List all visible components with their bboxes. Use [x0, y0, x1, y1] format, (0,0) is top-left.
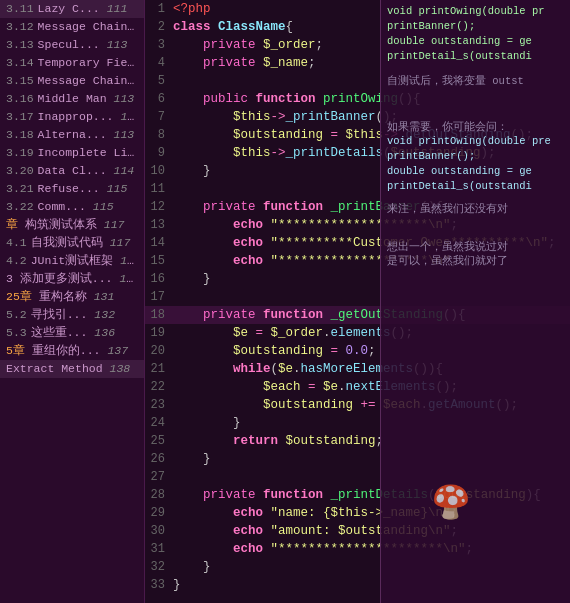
sidebar-item-14[interactable]: 4.2JUnit测试框架 119	[0, 252, 144, 270]
overlay-code-6: printBanner();	[387, 149, 564, 164]
sidebar-item-1[interactable]: 3.12Message Chain... 113	[0, 18, 144, 36]
sidebar-item-17[interactable]: 5.2寻找引... 132	[0, 306, 144, 324]
overlay-code-2: printBanner();	[387, 19, 564, 34]
sidebar-item-9[interactable]: 3.20Data Cl... 114	[0, 162, 144, 180]
sidebar-item-8[interactable]: 3.19Incomplete Lib... 114	[0, 144, 144, 162]
overlay-code-7: double outstanding = ge	[387, 164, 564, 179]
sidebar-item-19[interactable]: 5章 重组你的... 137	[0, 342, 144, 360]
overlay-comment-3: 来注，虽然我们还没有对	[387, 202, 564, 216]
overlay-code-8: printDetail_s(outstandi	[387, 179, 564, 194]
sidebar-item-2[interactable]: 3.13Specul... 113	[0, 36, 144, 54]
editor-container: 3.11Lazy C... 111 3.12Message Chain... 1…	[0, 0, 570, 603]
sidebar-item-11[interactable]: 3.22Comm... 115	[0, 198, 144, 216]
sidebar-item-3[interactable]: 3.14Temporary Fiel... 112	[0, 54, 144, 72]
sidebar-item-20[interactable]: Extract Method 138	[0, 360, 144, 378]
overlay-code-4: printDetail_s(outstandi	[387, 49, 564, 64]
overlay-panel: void printOwing(double pr printBanner();…	[380, 0, 570, 603]
overlay-code-1: void printOwing(double pr	[387, 4, 564, 19]
code-area: 1 <?php 2 class ClassName{ 3 private $_o…	[145, 0, 570, 603]
overlay-comment-4: 想出一个，虽然我说过对	[387, 240, 564, 254]
overlay-comment-2: 如果需要，你可能会问：	[387, 120, 564, 134]
overlay-code-5: void printOwing(double pre	[387, 134, 564, 149]
sidebar-item-13[interactable]: 4.1自我测试代码 117	[0, 234, 144, 252]
sidebar-item-0[interactable]: 3.11Lazy C... 111	[0, 0, 144, 18]
sidebar: 3.11Lazy C... 111 3.12Message Chain... 1…	[0, 0, 145, 603]
sidebar-item-5[interactable]: 3.16Middle Man 113	[0, 90, 144, 108]
sidebar-item-4[interactable]: 3.15Message Chain 113	[0, 72, 144, 90]
mushroom-icon: 🍄	[431, 483, 471, 523]
overlay-comment-5: 是可以，虽然我们就对了	[387, 254, 564, 268]
sidebar-item-12[interactable]: 章 构筑测试体系 117	[0, 216, 144, 234]
sidebar-item-16[interactable]: 25章 重构名称 131	[0, 288, 144, 306]
sidebar-item-6[interactable]: 3.17Inapprop... 113	[0, 108, 144, 126]
overlay-code-3: double outstanding = ge	[387, 34, 564, 49]
sidebar-item-7[interactable]: 3.18Alterna... 113	[0, 126, 144, 144]
sidebar-item-18[interactable]: 5.3这些重... 136	[0, 324, 144, 342]
sidebar-item-10[interactable]: 3.21Refuse... 115	[0, 180, 144, 198]
sidebar-item-15[interactable]: 3 添加更多测试... 123	[0, 270, 144, 288]
overlay-comment-1: 自测试后，我将变量 outst	[387, 74, 564, 88]
